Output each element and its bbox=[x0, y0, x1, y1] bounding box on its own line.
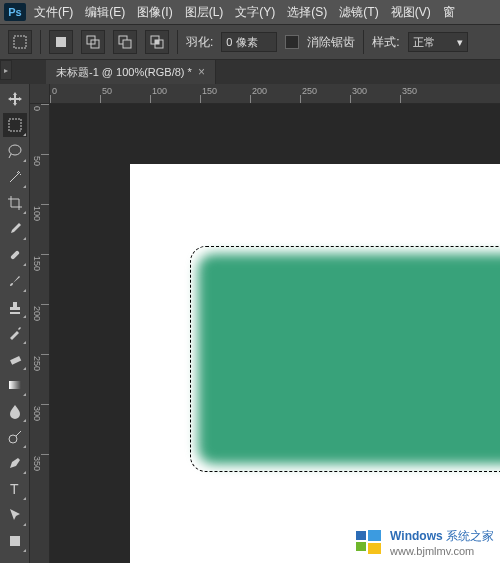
svg-rect-18 bbox=[368, 530, 381, 541]
flyout-indicator-icon bbox=[23, 419, 26, 422]
blur-tool[interactable] bbox=[3, 399, 27, 423]
menu-item[interactable]: 文字(Y) bbox=[229, 2, 281, 23]
options-bar: 羽化: 消除锯齿 样式: 正常 ▾ bbox=[0, 24, 500, 60]
svg-rect-0 bbox=[14, 36, 26, 48]
gradient-tool[interactable] bbox=[3, 373, 27, 397]
flyout-indicator-icon bbox=[23, 159, 26, 162]
menu-item[interactable]: 滤镜(T) bbox=[333, 2, 384, 23]
svg-rect-12 bbox=[10, 356, 21, 365]
brush-tool[interactable] bbox=[3, 269, 27, 293]
style-select[interactable]: 正常 ▾ bbox=[408, 32, 468, 52]
flyout-indicator-icon bbox=[23, 263, 26, 266]
marquee-tool[interactable] bbox=[3, 113, 27, 137]
watermark-text: Windows 系统之家 www.bjmlmv.com bbox=[390, 528, 494, 557]
antialias-label: 消除锯齿 bbox=[307, 34, 355, 51]
history-brush-tool[interactable] bbox=[3, 321, 27, 345]
dodge-tool[interactable] bbox=[3, 425, 27, 449]
menu-item[interactable]: 编辑(E) bbox=[79, 2, 131, 23]
svg-rect-5 bbox=[123, 40, 131, 48]
document-tab[interactable]: 未标题-1 @ 100%(RGB/8) * × bbox=[46, 60, 216, 84]
collapsed-panel-handle[interactable]: ▸ bbox=[0, 60, 12, 80]
lasso-tool[interactable] bbox=[3, 139, 27, 163]
subtract-selection-button[interactable] bbox=[113, 30, 137, 54]
svg-rect-8 bbox=[155, 40, 159, 44]
svg-rect-11 bbox=[10, 250, 20, 260]
menu-item[interactable]: 图层(L) bbox=[179, 2, 230, 23]
feather-label: 羽化: bbox=[186, 34, 213, 51]
flyout-indicator-icon bbox=[23, 445, 26, 448]
windows-logo-icon bbox=[354, 527, 384, 557]
watermark-brand: Windows bbox=[390, 529, 443, 543]
flyout-indicator-icon bbox=[23, 523, 26, 526]
flyout-indicator-icon bbox=[23, 133, 26, 136]
ruler-vertical[interactable]: 050100150200250300350 bbox=[30, 104, 50, 563]
style-label: 样式: bbox=[372, 34, 399, 51]
flyout-indicator-icon bbox=[23, 185, 26, 188]
menu-item[interactable]: 视图(V) bbox=[385, 2, 437, 23]
svg-rect-17 bbox=[356, 531, 366, 540]
watermark-suffix: 系统之家 bbox=[446, 529, 494, 543]
type-tool[interactable]: T bbox=[3, 477, 27, 501]
menu-item[interactable]: 窗 bbox=[437, 2, 461, 23]
svg-text:T: T bbox=[10, 481, 19, 497]
menu-item[interactable]: 选择(S) bbox=[281, 2, 333, 23]
stamp-tool[interactable] bbox=[3, 295, 27, 319]
new-selection-button[interactable] bbox=[49, 30, 73, 54]
canvas-area: 050100150200250300350 050100150200250300… bbox=[30, 84, 500, 563]
separator bbox=[177, 30, 178, 54]
selection-marquee bbox=[190, 246, 500, 472]
app-logo: Ps bbox=[4, 3, 26, 21]
document-canvas[interactable] bbox=[130, 164, 500, 563]
wand-tool[interactable] bbox=[3, 165, 27, 189]
antialias-checkbox[interactable] bbox=[285, 35, 299, 49]
feather-input[interactable] bbox=[221, 32, 277, 52]
separator bbox=[363, 30, 364, 54]
svg-rect-20 bbox=[368, 543, 381, 554]
separator bbox=[40, 30, 41, 54]
tools-panel: T bbox=[0, 84, 30, 563]
intersect-selection-button[interactable] bbox=[145, 30, 169, 54]
add-selection-button[interactable] bbox=[81, 30, 105, 54]
crop-tool[interactable] bbox=[3, 191, 27, 215]
tool-preset-button[interactable] bbox=[8, 30, 32, 54]
pen-tool[interactable] bbox=[3, 451, 27, 475]
move-tool[interactable] bbox=[3, 87, 27, 111]
svg-rect-9 bbox=[9, 119, 21, 131]
style-value: 正常 bbox=[413, 35, 435, 50]
svg-rect-1 bbox=[56, 37, 66, 47]
flyout-indicator-icon bbox=[23, 315, 26, 318]
menubar: Ps 文件(F)编辑(E)图像(I)图层(L)文字(Y)选择(S)滤镜(T)视图… bbox=[0, 0, 500, 24]
ruler-origin[interactable] bbox=[30, 84, 50, 104]
flyout-indicator-icon bbox=[23, 237, 26, 240]
shape-tool[interactable] bbox=[3, 529, 27, 553]
flyout-indicator-icon bbox=[23, 367, 26, 370]
path-select-tool[interactable] bbox=[3, 503, 27, 527]
workspace: T 050100150200250300350 0501001502002503… bbox=[0, 84, 500, 563]
svg-point-10 bbox=[9, 145, 21, 155]
flyout-indicator-icon bbox=[23, 471, 26, 474]
watermark: Windows 系统之家 www.bjmlmv.com bbox=[354, 527, 494, 557]
healing-tool[interactable] bbox=[3, 243, 27, 267]
watermark-url: www.bjmlmv.com bbox=[390, 545, 494, 557]
chevron-down-icon: ▾ bbox=[457, 36, 463, 49]
flyout-indicator-icon bbox=[23, 211, 26, 214]
menu-item[interactable]: 文件(F) bbox=[28, 2, 79, 23]
svg-rect-19 bbox=[356, 542, 366, 551]
svg-rect-16 bbox=[10, 536, 20, 546]
flyout-indicator-icon bbox=[23, 393, 26, 396]
eraser-tool[interactable] bbox=[3, 347, 27, 371]
svg-rect-13 bbox=[9, 381, 21, 389]
flyout-indicator-icon bbox=[23, 341, 26, 344]
svg-point-14 bbox=[9, 435, 17, 443]
flyout-indicator-icon bbox=[23, 497, 26, 500]
document-tab-label: 未标题-1 @ 100%(RGB/8) * bbox=[56, 65, 192, 80]
menu-item[interactable]: 图像(I) bbox=[131, 2, 178, 23]
close-icon[interactable]: × bbox=[198, 65, 205, 79]
eyedropper-tool[interactable] bbox=[3, 217, 27, 241]
document-tabs: 未标题-1 @ 100%(RGB/8) * × bbox=[0, 60, 500, 84]
ruler-horizontal[interactable]: 050100150200250300350 bbox=[50, 84, 500, 104]
flyout-indicator-icon bbox=[23, 289, 26, 292]
flyout-indicator-icon bbox=[23, 549, 26, 552]
